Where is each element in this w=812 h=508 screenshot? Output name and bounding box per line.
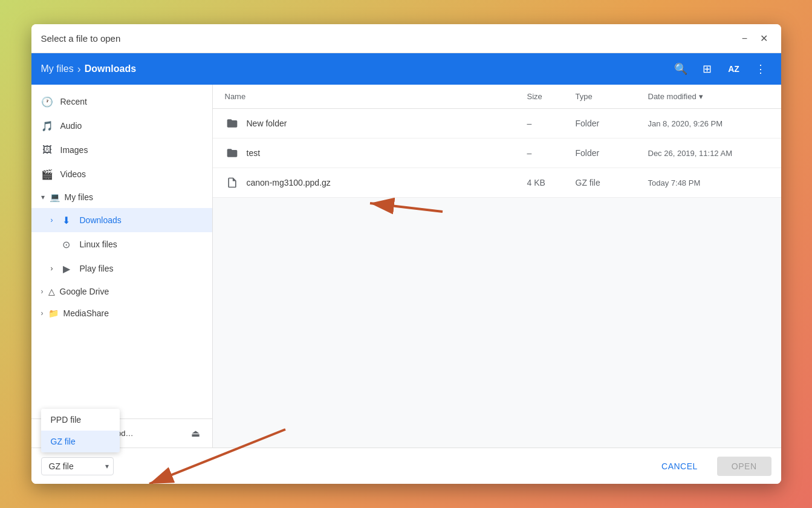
breadcrumb-separator: › xyxy=(77,63,81,76)
col-type-header: Type xyxy=(576,92,648,101)
google-drive-label: Google Drive xyxy=(60,287,109,296)
header-actions: 🔍 ⊞ AZ ⋮ xyxy=(670,58,771,80)
sidebar-item-label: Recent xyxy=(60,97,203,106)
sidebar-google-drive-header[interactable]: › △ Google Drive xyxy=(31,281,212,302)
mediashare-label: MediaShare xyxy=(63,308,109,318)
header-bar: My files › Downloads 🔍 ⊞ AZ ⋮ xyxy=(31,53,781,85)
file-size: 4 KB xyxy=(527,178,576,187)
chevron-right-icon3: › xyxy=(41,287,44,296)
open-button[interactable]: OPEN xyxy=(717,457,771,476)
videos-icon: 🎬 xyxy=(41,168,53,180)
breadcrumb-current: Downloads xyxy=(85,63,136,74)
file-date: Jan 8, 2020, 9:26 PM xyxy=(648,119,769,128)
file-name: test xyxy=(247,148,527,158)
file-area: Name Size Type Date modified ▾ New folde… xyxy=(213,85,781,448)
download-icon: ⬇ xyxy=(60,214,73,226)
col-name-header: Name xyxy=(225,92,527,101)
cancel-button[interactable]: CANCEL xyxy=(647,457,712,476)
grid-view-button[interactable]: ⊞ xyxy=(697,58,718,80)
file-list: New folder – Folder Jan 8, 2020, 9:26 PM… xyxy=(213,109,781,448)
linux-icon: ⊙ xyxy=(60,238,73,250)
file-name: canon-mg3100.ppd.gz xyxy=(247,178,527,187)
sidebar-item-label: Audio xyxy=(60,121,203,131)
file-type: Folder xyxy=(576,119,648,128)
table-row[interactable]: canon-mg3100.ppd.gz 4 KB GZ file Today 7… xyxy=(213,168,781,198)
sidebar-item-videos[interactable]: 🎬 Videos xyxy=(31,162,212,186)
chevron-right-icon2: › xyxy=(51,264,53,273)
bottom-actions: CANCEL OPEN xyxy=(647,457,771,476)
file-size: – xyxy=(527,119,576,128)
chevron-right-icon: › xyxy=(51,216,53,224)
sort-desc-icon: ▾ xyxy=(699,92,703,101)
my-files-icon: 💻 xyxy=(50,192,60,202)
file-name: New folder xyxy=(247,119,527,128)
file-type-select[interactable]: GZ file PPD file xyxy=(41,457,114,475)
sidebar-item-linux-files[interactable]: ⊙ Linux files xyxy=(31,232,212,256)
sidebar-item-label: Play files xyxy=(80,264,203,273)
title-bar: Select a file to open − ✕ xyxy=(31,24,781,53)
dropdown-item-ppd[interactable]: PPD file xyxy=(41,409,120,431)
sort-button[interactable]: AZ xyxy=(723,58,745,80)
file-type-dropdown: PPD file GZ file xyxy=(41,409,120,452)
grid-icon: ⊞ xyxy=(703,62,712,76)
col-date-header[interactable]: Date modified ▾ xyxy=(648,92,769,101)
images-icon: 🖼 xyxy=(41,144,53,156)
bottom-bar: PPD file GZ file GZ file PPD file ▾ CANC… xyxy=(31,448,781,484)
sidebar-scroll: 🕐 Recent 🎵 Audio 🖼 Images 🎬 Videos xyxy=(31,85,212,418)
sidebar-item-label: Downloads xyxy=(80,215,203,225)
chevron-right-icon4: › xyxy=(41,309,44,318)
more-options-button[interactable]: ⋮ xyxy=(750,58,771,80)
google-drive-icon: △ xyxy=(48,287,55,296)
file-date: Today 7:48 PM xyxy=(648,178,769,187)
dialog-title: Select a file to open xyxy=(41,33,121,44)
close-button[interactable]: ✕ xyxy=(757,31,771,46)
eject-button[interactable]: ⏏ xyxy=(189,425,203,441)
breadcrumb-root[interactable]: My files xyxy=(41,63,74,74)
file-list-header: Name Size Type Date modified ▾ xyxy=(213,85,781,109)
folder-icon xyxy=(225,146,239,160)
minimize-button[interactable]: − xyxy=(738,31,752,46)
table-row[interactable]: New folder – Folder Jan 8, 2020, 9:26 PM xyxy=(213,109,781,138)
az-sort-icon: AZ xyxy=(728,64,739,74)
title-bar-icons: − ✕ xyxy=(738,31,771,46)
gz-file-icon xyxy=(225,175,239,190)
recent-icon: 🕐 xyxy=(41,96,53,108)
breadcrumb: My files › Downloads xyxy=(41,63,137,76)
col-size-header: Size xyxy=(527,92,576,101)
main-content: 🕐 Recent 🎵 Audio 🖼 Images 🎬 Videos xyxy=(31,85,781,448)
sidebar-mediashare-header[interactable]: › 📁 MediaShare xyxy=(31,302,212,324)
file-date: Dec 26, 2019, 11:12 AM xyxy=(648,149,769,158)
sidebar-item-play-files[interactable]: › ▶ Play files xyxy=(31,256,212,281)
search-icon: 🔍 xyxy=(674,62,687,76)
dropdown-item-gz[interactable]: GZ file xyxy=(41,431,120,452)
my-files-label: My files xyxy=(65,192,93,202)
audio-icon: 🎵 xyxy=(41,120,53,132)
chevron-down-icon: ▾ xyxy=(41,193,45,201)
file-type: GZ file xyxy=(576,178,648,187)
file-size: – xyxy=(527,148,576,158)
col-date-label: Date modified xyxy=(648,92,697,101)
sidebar-item-label: Images xyxy=(60,145,203,155)
mediashare-icon: 📁 xyxy=(48,308,59,318)
sidebar-item-images[interactable]: 🖼 Images xyxy=(31,138,212,162)
play-icon: ▶ xyxy=(60,262,73,275)
sidebar-item-audio[interactable]: 🎵 Audio xyxy=(31,114,212,138)
sidebar-my-files-header[interactable]: ▾ 💻 My files xyxy=(31,186,212,208)
sidebar-item-recent[interactable]: 🕐 Recent xyxy=(31,90,212,114)
sidebar: 🕐 Recent 🎵 Audio 🖼 Images 🎬 Videos xyxy=(31,85,213,448)
file-type-wrapper: GZ file PPD file ▾ xyxy=(41,457,114,475)
more-icon: ⋮ xyxy=(755,62,766,76)
sidebar-item-downloads[interactable]: › ⬇ Downloads xyxy=(31,208,212,232)
table-row[interactable]: test – Folder Dec 26, 2019, 11:12 AM xyxy=(213,138,781,168)
file-open-dialog: Select a file to open − ✕ My files › Dow… xyxy=(31,24,781,484)
sidebar-item-label: Videos xyxy=(60,169,203,179)
sidebar-item-label: Linux files xyxy=(80,239,203,249)
folder-icon xyxy=(225,116,239,131)
search-button[interactable]: 🔍 xyxy=(670,58,692,80)
file-type: Folder xyxy=(576,148,648,158)
